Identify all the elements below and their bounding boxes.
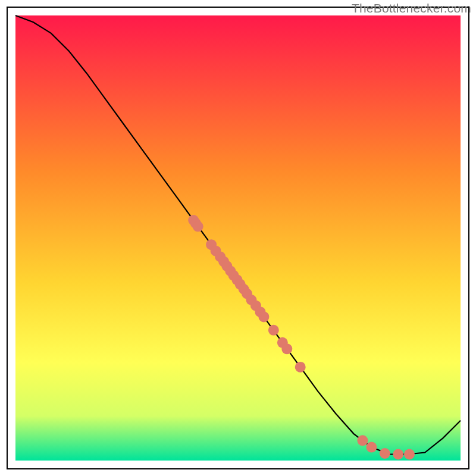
data-point bbox=[380, 448, 390, 459]
data-point bbox=[295, 362, 306, 372]
data-point bbox=[268, 325, 279, 336]
data-point bbox=[366, 442, 377, 453]
bottleneck-chart: TheBottlenecker.com bbox=[0, 0, 476, 476]
data-point bbox=[393, 449, 403, 460]
chart-svg bbox=[0, 0, 476, 476]
plot-background bbox=[15, 15, 461, 461]
data-point bbox=[193, 221, 203, 232]
attribution-text: TheBottlenecker.com bbox=[352, 1, 471, 15]
data-point bbox=[357, 435, 368, 446]
data-point bbox=[281, 343, 292, 354]
data-point bbox=[404, 449, 415, 460]
data-point bbox=[258, 311, 269, 322]
